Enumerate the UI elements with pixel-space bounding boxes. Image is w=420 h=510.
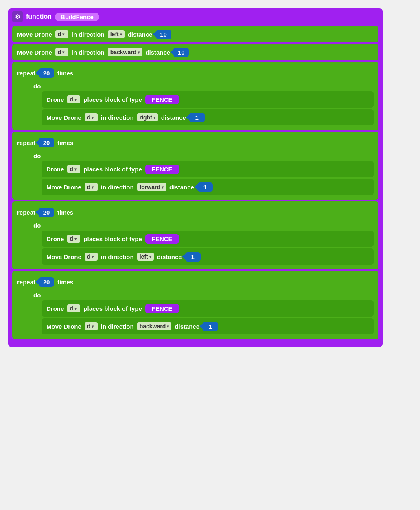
repeat-body-4: do Drone d ▾ places block of type FENCE … xyxy=(33,290,374,334)
move-label-r1: Move Drone xyxy=(46,114,81,121)
repeat-times-2: times xyxy=(57,139,73,146)
drone-label-p3: Drone xyxy=(46,235,64,242)
direction-dropdown-2[interactable]: backward ▾ xyxy=(108,48,142,56)
move-dir-label-r2: in direction xyxy=(101,184,134,191)
drone-label-p2: Drone xyxy=(46,166,64,173)
places-block-label-1: places block of type xyxy=(83,96,142,103)
repeat-body-2: do Drone d ▾ places block of type FENCE … xyxy=(33,151,374,195)
drone-var-dropdown-2[interactable]: d ▾ xyxy=(55,48,68,56)
function-block: ⚙ function BuildFence Move Drone d ▾ in … xyxy=(8,8,383,347)
in-direction-label-2: in direction xyxy=(72,49,105,56)
repeat-value-4[interactable]: 20 xyxy=(39,277,54,287)
distance-value-2[interactable]: 10 xyxy=(173,48,189,57)
repeat-value-3[interactable]: 20 xyxy=(39,208,54,217)
place-block-4: Drone d ▾ places block of type FENCE xyxy=(42,300,374,317)
move-dist-label-r4: distance xyxy=(175,323,199,330)
move-val-r1[interactable]: 1 xyxy=(189,113,205,122)
drone-var-dropdown-1[interactable]: d ▾ xyxy=(55,30,68,38)
fence-badge-2[interactable]: FENCE xyxy=(145,165,179,174)
function-header: ⚙ function BuildFence xyxy=(12,11,378,22)
move-block-4: Move Drone d ▾ in direction backward ▾ d… xyxy=(42,318,374,334)
move-direction-r2[interactable]: forward ▾ xyxy=(137,183,166,191)
fence-badge-3[interactable]: FENCE xyxy=(145,234,179,244)
fence-badge-1[interactable]: FENCE xyxy=(145,95,179,104)
move-var-r3[interactable]: d ▾ xyxy=(85,253,98,261)
move-block-2: Move Drone d ▾ in direction forward ▾ di… xyxy=(42,179,374,195)
repeat-label-3: repeat xyxy=(17,209,35,216)
move-drone-backward-block: Move Drone d ▾ in direction backward ▾ d… xyxy=(12,44,378,60)
do-label-4: do xyxy=(33,292,374,299)
move-label-r2: Move Drone xyxy=(46,184,81,191)
move-dir-label-r4: in direction xyxy=(101,323,134,330)
place-block-1: Drone d ▾ places block of type FENCE xyxy=(42,91,374,108)
distance-label-2: distance xyxy=(145,49,170,56)
move-drone-label-1: Move Drone xyxy=(17,31,52,38)
drone-label-p4: Drone xyxy=(46,305,64,312)
move-var-r4[interactable]: d ▾ xyxy=(85,322,98,330)
repeat-body-1: do Drone d ▾ places block of type FENCE … xyxy=(33,81,374,125)
repeat-block-4: repeat 20 times do Drone d ▾ places bloc… xyxy=(12,271,378,339)
move-dist-label-r1: distance xyxy=(161,114,186,121)
move-dir-label-r3: in direction xyxy=(101,253,134,260)
repeat-header-4: repeat 20 times xyxy=(17,274,374,290)
move-direction-r4[interactable]: backward ▾ xyxy=(137,322,172,330)
move-label-r3: Move Drone xyxy=(46,253,81,260)
function-name-badge[interactable]: BuildFence xyxy=(55,13,99,21)
repeat-block-3: repeat 20 times do Drone d ▾ places bloc… xyxy=(12,201,378,269)
repeat-label-2: repeat xyxy=(17,139,35,146)
place-drone-var-3[interactable]: d ▾ xyxy=(67,235,80,243)
workspace: ⚙ function BuildFence Move Drone d ▾ in … xyxy=(8,8,383,347)
repeat-body-3: do Drone d ▾ places block of type FENCE … xyxy=(33,220,374,265)
move-var-r2[interactable]: d ▾ xyxy=(85,183,98,191)
repeat-times-4: times xyxy=(57,279,73,286)
drone-label-p1: Drone xyxy=(46,96,64,103)
repeat-header-1: repeat 20 times xyxy=(17,65,374,81)
repeat-header-3: repeat 20 times xyxy=(17,204,374,220)
function-keyword: function xyxy=(26,13,52,20)
move-drone-left-block: Move Drone d ▾ in direction left ▾ dista… xyxy=(12,26,378,42)
place-block-3: Drone d ▾ places block of type FENCE xyxy=(42,231,374,247)
move-val-r2[interactable]: 1 xyxy=(197,182,213,192)
distance-value-1[interactable]: 10 xyxy=(156,30,171,39)
places-block-label-4: places block of type xyxy=(83,305,142,312)
do-label-2: do xyxy=(33,152,374,159)
repeat-times-3: times xyxy=(57,209,73,216)
repeat-header-2: repeat 20 times xyxy=(17,134,374,151)
repeat-block-1: repeat 20 times do Drone d ▾ places bl xyxy=(12,62,378,130)
move-val-r3[interactable]: 1 xyxy=(185,252,201,262)
do-label-3: do xyxy=(33,222,374,229)
distance-label-1: distance xyxy=(128,31,153,38)
move-dir-label-r1: in direction xyxy=(101,114,134,121)
move-var-r1[interactable]: d ▾ xyxy=(85,113,98,121)
repeat-label-4: repeat xyxy=(17,279,35,286)
move-label-r4: Move Drone xyxy=(46,323,81,330)
move-direction-r3[interactable]: left ▾ xyxy=(137,253,154,261)
move-dist-label-r2: distance xyxy=(169,184,194,191)
in-direction-label-1: in direction xyxy=(72,31,105,38)
move-drone-label-2: Move Drone xyxy=(17,49,52,56)
direction-dropdown-1[interactable]: left ▾ xyxy=(108,30,125,38)
repeat-times-1: times xyxy=(57,70,73,77)
place-drone-var-4[interactable]: d ▾ xyxy=(67,304,80,312)
repeat-value-2[interactable]: 20 xyxy=(39,138,54,147)
repeat-value-1[interactable]: 20 xyxy=(39,68,54,78)
move-dist-label-r3: distance xyxy=(157,253,182,260)
places-block-label-3: places block of type xyxy=(83,235,142,242)
function-icon: ⚙ xyxy=(12,11,23,22)
fence-badge-4[interactable]: FENCE xyxy=(145,304,179,313)
move-block-1: Move Drone d ▾ in direction right ▾ dist… xyxy=(42,109,374,125)
move-direction-r1[interactable]: right ▾ xyxy=(137,113,158,121)
place-block-2: Drone d ▾ places block of type FENCE xyxy=(42,161,374,177)
move-block-3: Move Drone d ▾ in direction left ▾ dista… xyxy=(42,248,374,265)
place-drone-var-2[interactable]: d ▾ xyxy=(67,165,80,173)
move-val-r4[interactable]: 1 xyxy=(203,322,218,331)
do-label-1: do xyxy=(33,83,374,90)
repeat-label-1: repeat xyxy=(17,70,35,77)
place-drone-var-1[interactable]: d ▾ xyxy=(67,95,80,103)
places-block-label-2: places block of type xyxy=(83,166,142,173)
repeat-block-2: repeat 20 times do Drone d ▾ places bloc… xyxy=(12,132,378,200)
